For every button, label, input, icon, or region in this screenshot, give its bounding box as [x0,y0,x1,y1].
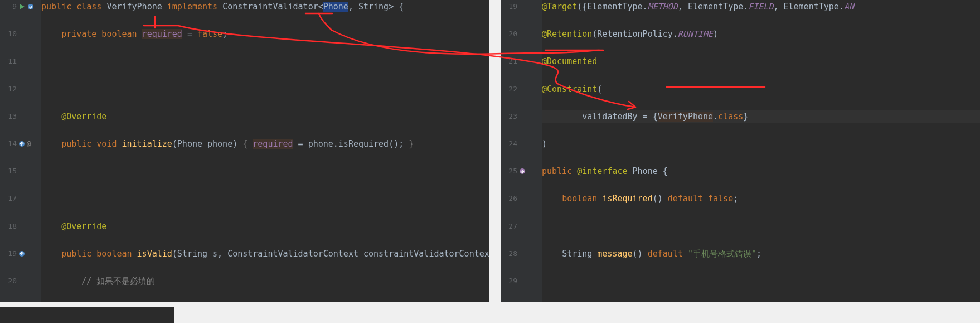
line-number[interactable]: 30 [501,302,517,302]
gutter-icons [17,220,41,234]
code-line[interactable]: 25public @interface Phone { [542,165,980,179]
gutter-icons [17,165,41,179]
code-line[interactable]: 15 [41,165,489,179]
code-line[interactable]: 19 public boolean isValid(String s, Cons… [41,247,489,261]
run-icon[interactable] [18,3,26,11]
code-line[interactable]: 11 [41,55,489,69]
code-text: public class VerifyPhone implements Cons… [41,0,404,14]
code-line[interactable]: 20 // 如果不是必填的 [41,274,489,288]
line-number[interactable]: 28 [501,247,517,261]
code-text: Class<?>[] groups() default {}; [542,302,718,302]
line-number[interactable]: 21 [501,55,517,69]
code-line[interactable]: 30 Class<?>[] groups() default {}; [542,302,980,302]
line-number[interactable]: 22 [501,83,517,97]
code-line[interactable]: 23 validatedBy = {VerifyPhone.class} [542,110,980,124]
code-line[interactable]: 18 @Override [41,220,489,234]
code-line[interactable]: 10 private boolean required = false; [41,27,489,41]
line-number[interactable]: 17 [0,192,17,206]
code-line[interactable]: 9public class VerifyPhone implements Con… [41,0,489,14]
line-number[interactable]: 29 [501,274,517,288]
line-number[interactable]: 19 [501,0,517,14]
editor-pane-left[interactable]: 9public class VerifyPhone implements Con… [0,0,489,302]
line-number[interactable]: 19 [0,247,17,261]
gutter-icons [517,27,542,41]
gutter-icons [17,0,41,14]
gutter-icons [517,0,542,14]
line-number[interactable]: 21 [0,302,17,302]
line-number[interactable]: 18 [0,220,17,234]
bottom-panel-tab[interactable] [0,307,174,323]
gutter-icons [517,137,542,151]
code-text: @Constraint( [542,83,602,97]
code-line[interactable]: 22@Constraint( [542,83,980,97]
code-line[interactable]: 21 if(!required) { [41,302,489,302]
line-number[interactable]: 26 [501,192,517,206]
gutter-icons [17,302,41,302]
code-line[interactable]: 13 @Override [41,110,489,124]
code-line[interactable]: 27 [542,220,980,234]
at-icon: @ [27,140,35,148]
line-number[interactable]: 10 [0,27,17,41]
code-line[interactable]: 19@Target({ElementType.METHOD, ElementTy… [542,0,980,14]
code-text: if(!required) { [41,302,157,302]
gutter-icons [17,110,41,124]
code-text: String message() default "手机号格式错误"; [542,247,761,261]
gutter-icons: @ [17,137,41,151]
gutter-icons [517,274,542,288]
gutter-icons [17,27,41,41]
code-line[interactable]: 21@Documented [542,55,980,69]
gutter-icons [17,192,41,206]
line-number[interactable]: 20 [0,274,17,288]
svg-marker-0 [20,4,25,9]
line-number[interactable]: 9 [0,0,17,14]
line-number[interactable]: 24 [501,137,517,151]
line-number[interactable]: 23 [501,110,517,124]
code-line[interactable]: 24) [542,137,980,151]
code-area-right[interactable]: 19@Target({ElementType.METHOD, ElementTy… [542,0,980,302]
code-text: ) [542,137,547,151]
gutter-icons [517,247,542,261]
code-area-left[interactable]: 9public class VerifyPhone implements Con… [41,0,489,302]
code-text: public boolean isValid(String s, Constra… [41,247,489,261]
code-line[interactable]: 29 [542,274,980,288]
line-number[interactable]: 11 [0,55,17,69]
line-number[interactable]: 25 [501,165,517,179]
gutter-icons [517,55,542,69]
override-up-icon[interactable] [18,250,26,258]
code-line[interactable]: 28 String message() default "手机号格式错误"; [542,247,980,261]
code-line[interactable]: 12 [41,83,489,97]
code-line[interactable]: 17 [41,192,489,206]
line-number[interactable]: 12 [0,83,17,97]
code-text: // 如果不是必填的 [41,274,155,288]
gutter-icons [517,165,542,179]
code-text: validatedBy = {VerifyPhone.class} [542,110,748,124]
override-up-icon[interactable] [18,140,26,148]
implements-icon[interactable] [27,3,35,11]
code-line[interactable]: 14@ public void initialize(Phone phone) … [41,137,489,151]
code-text: private boolean required = false; [41,27,227,41]
code-line[interactable]: 26 boolean isRequired() default false; [542,192,980,206]
line-number[interactable]: 27 [501,220,517,234]
gutter-icons [517,83,542,97]
line-number[interactable]: 15 [0,165,17,179]
gutter-icons [517,220,542,234]
code-line[interactable]: 20@Retention(RetentionPolicy.RUNTIME) [542,27,980,41]
editor-pane-right[interactable]: 19@Target({ElementType.METHOD, ElementTy… [501,0,980,302]
gutter-icons [17,55,41,69]
line-number[interactable]: 20 [501,27,517,41]
implemented-icon[interactable] [518,167,526,175]
editor-split-view: 9public class VerifyPhone implements Con… [0,0,980,323]
line-number[interactable]: 14 [0,137,17,151]
gutter-icons [517,302,542,302]
gutter-icons [17,274,41,288]
gutter-icons [17,247,41,261]
code-text: public @interface Phone { [542,165,668,179]
code-text: @Retention(RetentionPolicy.RUNTIME) [542,27,718,41]
line-number[interactable]: 13 [0,110,17,124]
code-text: @Override [41,220,106,234]
gutter-icons [517,110,542,124]
code-text: @Target({ElementType.METHOD, ElementType… [542,0,854,14]
code-text: boolean isRequired() default false; [542,192,738,206]
gutter-icons [17,83,41,97]
gutter-icons [517,192,542,206]
